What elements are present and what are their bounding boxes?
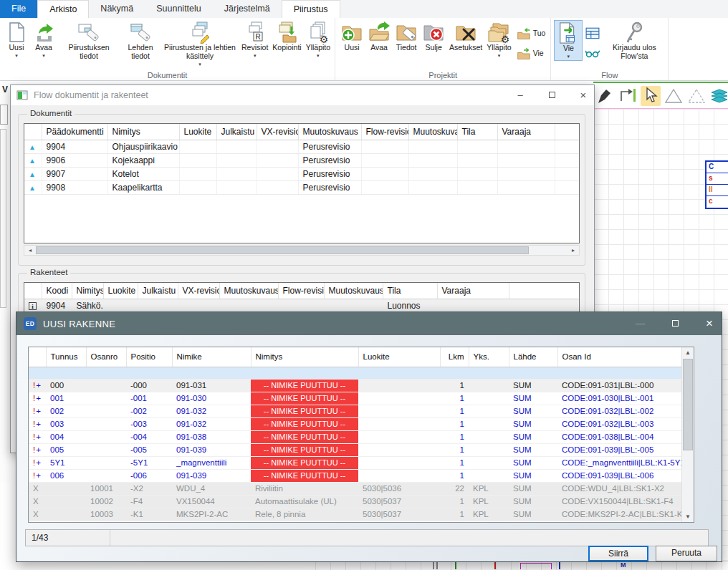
cancel-button[interactable]: Peruuta <box>656 546 717 561</box>
scroll-right-arrow[interactable]: ▸ <box>567 246 579 255</box>
column-header-luokite[interactable]: Luokite <box>358 347 440 367</box>
part-row[interactable]: X10001-X2WDU_4Riviliitin5030|503622KPLSU… <box>29 482 683 495</box>
column-header-nimitys[interactable]: Nimitys <box>72 283 103 299</box>
scrollbar-thumb[interactable] <box>683 359 693 450</box>
column-header[interactable] <box>24 124 42 140</box>
vie-button[interactable]: Vie <box>514 46 549 62</box>
revisiot-button[interactable]: RRevisiot▾ <box>239 20 270 59</box>
piirustusten-ja-lehtien-k-sittely-button[interactable]: Piirustusten ja lehtien käsittely▾ <box>161 20 239 67</box>
minimize-button[interactable]: – <box>514 85 527 105</box>
column-header-tunnus[interactable]: Tunnus <box>46 347 86 367</box>
part-row[interactable]: !+005-005091-039-- NIMIKE PUUTTUU --1SUM… <box>29 443 683 456</box>
minimize-button[interactable]: — <box>634 312 647 335</box>
close-button[interactable]: × <box>703 312 716 335</box>
move-tool-icon[interactable] <box>618 86 638 106</box>
scroll-down-arrow[interactable]: ▼ <box>682 511 694 522</box>
asetukset-button[interactable]: Asetukset <box>447 20 484 53</box>
part-row[interactable]: X10003-K1MKS2PI-2-ACRele, 8 pinnia5030|5… <box>29 508 683 521</box>
column-header-positio[interactable]: Positio <box>126 347 172 367</box>
scroll-up-arrow[interactable]: ▲ <box>682 347 694 358</box>
column-header[interactable] <box>29 347 46 367</box>
column-header-varaaja[interactable]: Varaaja <box>497 124 555 140</box>
column-header-l-hde[interactable]: Lähde <box>509 347 557 367</box>
column-header-muutoskuvaus[interactable]: Muutoskuvaus <box>324 283 383 299</box>
column-header[interactable] <box>24 283 42 299</box>
part-row[interactable]: !+006-006091-039-- NIMIKE PUUTTUU --1SUM… <box>29 469 683 482</box>
part-row[interactable]: !+000-000091-031-- NIMIKE PUUTTUU --1SUM… <box>29 379 683 392</box>
move-button[interactable]: Siirrä <box>588 546 648 561</box>
column-header-koodi[interactable]: Koodi <box>42 283 72 299</box>
column-header-muutoskuvaus[interactable]: Muutoskuvaus <box>408 124 457 140</box>
column-header-tila[interactable]: Tila <box>457 124 497 140</box>
document-row[interactable]: ▲9907KotelotPerusrevisio <box>24 168 580 181</box>
flow-window-button[interactable] <box>583 26 603 42</box>
column-header-muutoskuvaus[interactable]: Muutoskuvaus <box>298 124 361 140</box>
uusi-rakenne-titlebar[interactable]: ED UUSI RAKENNE — × <box>16 312 722 335</box>
flow-dialog-titlebar[interactable]: Flow dokumentit ja rakenteet – × <box>11 85 594 105</box>
column-header-luokite[interactable]: Luokite <box>103 283 138 299</box>
column-header-yks[interactable]: Yks. <box>469 347 509 367</box>
sulje-button[interactable]: Sulje <box>420 20 447 53</box>
document-row[interactable]: ▲9904OhjauspiirikaavioPerusrevisio <box>24 140 580 154</box>
column-header-nimitys[interactable]: Nimitys <box>107 124 179 140</box>
uusi-button[interactable]: Uusi <box>338 20 365 53</box>
selected-empty-row[interactable] <box>29 367 683 379</box>
column-header-varaaja[interactable]: Varaaja <box>437 283 509 299</box>
flow-view-button[interactable] <box>583 46 603 62</box>
uusi-button[interactable]: Uusi▾ <box>3 20 30 59</box>
column-header-vx-revisio[interactable]: VX-revisio <box>257 124 298 140</box>
tiedot-button[interactable]: Tiedot <box>393 20 420 53</box>
column-header-nimitys[interactable]: Nimitys <box>251 347 358 367</box>
scroll-left-arrow[interactable]: ◂ <box>24 246 36 255</box>
tab-jarjestelma[interactable]: Järjestelmä <box>213 0 282 18</box>
avaa-button[interactable]: Avaa <box>365 20 393 53</box>
column-header-nimike[interactable]: Nimike <box>172 347 251 367</box>
structure-row[interactable]: i9904Sähkö...Luonnos <box>24 299 580 313</box>
vie-button[interactable]: Vie▾ <box>554 20 583 61</box>
column-header-flow-revisio[interactable]: Flow-revisio <box>361 124 408 140</box>
part-row[interactable]: !+004-004091-038-- NIMIKE PUUTTUU --1SUM… <box>29 430 683 443</box>
column-header-osan-id[interactable]: Osan Id <box>557 347 683 367</box>
lehden-tiedot-button[interactable]: Lehden tiedot <box>120 20 161 62</box>
vertical-scrollbar[interactable]: ▲ ▼ <box>681 347 694 522</box>
yll-pito-button[interactable]: ⚙Ylläpito▾ <box>484 20 513 59</box>
select-cursor-icon[interactable] <box>641 86 661 106</box>
horizontal-scrollbar[interactable]: ◂ ▸ <box>24 245 580 256</box>
kirjaudu-ulos-flow-sta-button[interactable]: Kirjaudu ulos Flow'sta <box>603 20 666 62</box>
column-header-julkaistu[interactable]: Julkaistu <box>138 283 178 299</box>
document-row[interactable]: ▲9908KaapelikarttaPerusrevisio <box>24 181 580 195</box>
document-row[interactable]: ▲9906KojekaappiPerusrevisio <box>24 154 580 168</box>
tab-suunnittelu[interactable]: Suunnittelu <box>145 0 213 18</box>
part-row[interactable]: !+002-002091-032-- NIMIKE PUUTTUU --1SUM… <box>29 405 683 417</box>
column-header-lkm[interactable]: Lkm <box>440 347 469 367</box>
maximize-button[interactable] <box>545 85 558 105</box>
yll-pito-button[interactable]: ⚙Ylläpito▾ <box>304 20 332 59</box>
tab-file[interactable]: File <box>0 0 37 18</box>
part-row[interactable]: !+5Y1-5Y1_magnventtiili-- NIMIKE PUUTTUU… <box>29 456 683 469</box>
column-header-flow-revisio[interactable]: Flow-revisio <box>278 283 324 299</box>
tab-arkisto[interactable]: Arkisto <box>37 0 89 18</box>
dashed-triangle-tool-icon[interactable] <box>686 86 707 106</box>
avaa-button[interactable]: Avaa▾ <box>30 20 57 59</box>
kopiointi-button[interactable]: Kopiointi <box>270 20 303 53</box>
pen-tool-icon[interactable] <box>595 86 615 106</box>
layers-tool-icon[interactable] <box>709 86 728 106</box>
tab-piirustus[interactable]: Piirustus <box>282 0 340 18</box>
column-header-vx-revisio[interactable]: VX-revisio <box>178 283 219 299</box>
part-row[interactable]: X10002-F4VX150044Automaattisulake (UL)50… <box>29 495 683 508</box>
tuo-button[interactable]: Tuo <box>514 26 549 42</box>
close-button[interactable]: × <box>577 85 590 105</box>
column-header-p-dokumentti[interactable]: Päädokumentti <box>42 124 107 140</box>
column-header-muutoskuvaus[interactable]: Muutoskuvaus <box>219 283 278 299</box>
column-header-osanro[interactable]: Osanro <box>86 347 126 367</box>
part-row[interactable]: !+001-001091-030-- NIMIKE PUUTTUU --1SUM… <box>29 392 683 405</box>
part-row[interactable]: !+003-003091-032-- NIMIKE PUUTTUU --1SUM… <box>29 417 683 430</box>
maximize-button[interactable] <box>669 312 681 335</box>
scrollbar-thumb[interactable] <box>36 246 529 254</box>
piirustuksen-tiedot-button[interactable]: Piirustuksen tiedot <box>57 20 120 62</box>
column-header-tila[interactable]: Tila <box>383 283 437 299</box>
triangle-tool-icon[interactable] <box>664 86 684 106</box>
column-header-julkaistu[interactable]: Julkaistu <box>216 124 257 140</box>
column-header-luokite[interactable]: Luokite <box>179 124 216 140</box>
tab-nakyma[interactable]: Näkymä <box>89 0 145 18</box>
